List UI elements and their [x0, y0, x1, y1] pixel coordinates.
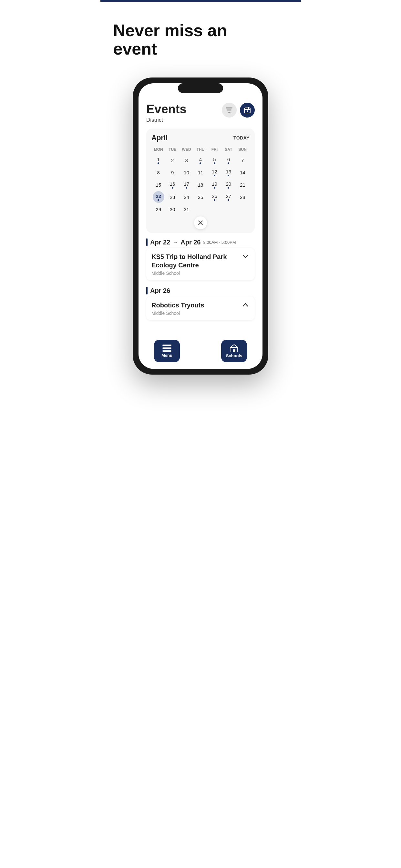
event-1-date-from: Apr 22	[150, 239, 170, 246]
calendar-icon	[244, 106, 251, 114]
event-1-card[interactable]: KS5 Trip to Holland Park Ecology Centre …	[146, 248, 255, 280]
event-2-date-from: Apr 26	[150, 287, 170, 294]
day-20[interactable]: 20	[223, 179, 235, 190]
day-empty-4	[237, 204, 248, 215]
weekday-row: MON TUE WED THU FRI SAT SUN	[151, 147, 250, 152]
screen-content: Events District	[138, 83, 263, 369]
day-10[interactable]: 10	[181, 166, 192, 178]
menu-button[interactable]: Menu	[154, 340, 180, 362]
day-5[interactable]: 5	[209, 154, 220, 166]
phone-notch	[178, 83, 223, 93]
event-1-date-row: Apr 22 → Apr 26 8:00AM - 5:00PM	[146, 238, 255, 246]
day-30[interactable]: 30	[166, 204, 178, 215]
svg-rect-0	[226, 107, 233, 108]
close-calendar-button[interactable]	[194, 216, 207, 229]
weekday-tue: TUE	[165, 147, 179, 152]
svg-rect-12	[162, 350, 172, 352]
day-7[interactable]: 7	[237, 154, 248, 166]
weekday-fri: FRI	[208, 147, 221, 152]
day-25[interactable]: 25	[195, 191, 206, 203]
calendar-card: April TODAY MON TUE WED THU FRI SAT SUN	[146, 128, 255, 233]
weekday-mon: MON	[151, 147, 165, 152]
day-22[interactable]: 22	[153, 191, 164, 203]
app-title: Events	[146, 103, 187, 116]
day-27[interactable]: 27	[223, 191, 235, 203]
day-31[interactable]: 31	[181, 204, 192, 215]
day-6[interactable]: 6	[223, 154, 235, 166]
day-8[interactable]: 8	[153, 166, 164, 178]
app-header: Events District	[146, 103, 255, 123]
weekday-wed: WED	[180, 147, 193, 152]
month-label: April	[151, 134, 167, 142]
header-buttons	[222, 103, 255, 118]
day-23[interactable]: 23	[166, 191, 178, 203]
day-26[interactable]: 26	[209, 191, 220, 203]
phone-container: Events District	[100, 71, 301, 375]
day-3[interactable]: 3	[181, 154, 192, 166]
day-empty-2	[209, 204, 220, 215]
day-14[interactable]: 14	[237, 166, 248, 178]
app-subtitle: District	[146, 117, 187, 123]
close-btn-wrapper	[151, 216, 250, 229]
day-12[interactable]: 12	[209, 166, 220, 178]
close-icon	[198, 220, 203, 225]
day-empty-1	[195, 204, 206, 215]
calendar-button[interactable]	[240, 103, 255, 118]
event-1-arrow-icon: →	[173, 239, 178, 245]
event-2-card[interactable]: Robotics Tryouts Middle School	[146, 297, 255, 320]
calendar-header: April TODAY	[151, 134, 250, 142]
menu-label: Menu	[161, 353, 173, 358]
day-19[interactable]: 19	[209, 179, 220, 190]
day-13[interactable]: 13	[223, 166, 235, 178]
day-16[interactable]: 16	[166, 179, 178, 190]
event-1-school: Middle School	[151, 271, 241, 276]
event-1-name: KS5 Trip to Holland Park Ecology Centre	[151, 252, 241, 269]
phone-frame: Events District	[133, 78, 268, 375]
event-1-info: KS5 Trip to Holland Park Ecology Centre …	[151, 252, 241, 276]
weekday-thu: THU	[193, 147, 207, 152]
filter-icon	[226, 107, 233, 113]
days-grid: 1 2 3 4 5 6 7 8 9 10 11 12	[151, 154, 250, 215]
day-15[interactable]: 15	[153, 179, 164, 190]
event-1-expand-button[interactable]	[241, 253, 250, 259]
today-button[interactable]: TODAY	[234, 135, 250, 141]
weekday-sat: SAT	[221, 147, 235, 152]
schools-icon	[229, 344, 239, 352]
day-29[interactable]: 29	[153, 204, 164, 215]
day-1[interactable]: 1	[153, 154, 164, 166]
event-2-collapse-button[interactable]	[241, 302, 250, 308]
day-24[interactable]: 24	[181, 191, 192, 203]
phone-screen: Events District	[138, 83, 263, 369]
svg-rect-15	[233, 349, 235, 352]
events-list: Apr 22 → Apr 26 8:00AM - 5:00PM KS5 Trip…	[146, 238, 255, 333]
weekday-sun: SUN	[236, 147, 250, 152]
day-21[interactable]: 21	[237, 179, 248, 190]
chevron-up-icon	[243, 303, 248, 307]
svg-rect-2	[228, 112, 230, 113]
day-9[interactable]: 9	[166, 166, 178, 178]
event-2-school: Middle School	[151, 311, 241, 316]
day-18[interactable]: 18	[195, 179, 206, 190]
day-2[interactable]: 2	[166, 154, 178, 166]
hero-section: Never miss an event	[100, 2, 301, 71]
day-17[interactable]: 17	[181, 179, 192, 190]
svg-rect-1	[227, 110, 232, 111]
day-4[interactable]: 4	[195, 154, 206, 166]
filter-button[interactable]	[222, 103, 237, 118]
hero-title: Never miss an event	[113, 21, 275, 58]
event-2-date-row: Apr 26	[146, 287, 255, 294]
header-text: Events District	[146, 103, 187, 123]
event-item-1: Apr 22 → Apr 26 8:00AM - 5:00PM KS5 Trip…	[146, 238, 255, 280]
event-1-date-bar	[146, 238, 148, 246]
day-28[interactable]: 28	[237, 191, 248, 203]
event-1-time: 8:00AM - 5:00PM	[204, 240, 236, 245]
svg-rect-7	[247, 111, 248, 112]
day-empty-3	[223, 204, 235, 215]
event-item-2: Apr 26 Robotics Tryouts Middle School	[146, 287, 255, 320]
schools-button[interactable]: Schools	[221, 340, 247, 362]
menu-icon	[162, 345, 172, 352]
event-2-date-bar	[146, 287, 148, 294]
day-11[interactable]: 11	[195, 166, 206, 178]
svg-rect-11	[162, 347, 172, 349]
schools-label: Schools	[226, 353, 243, 358]
